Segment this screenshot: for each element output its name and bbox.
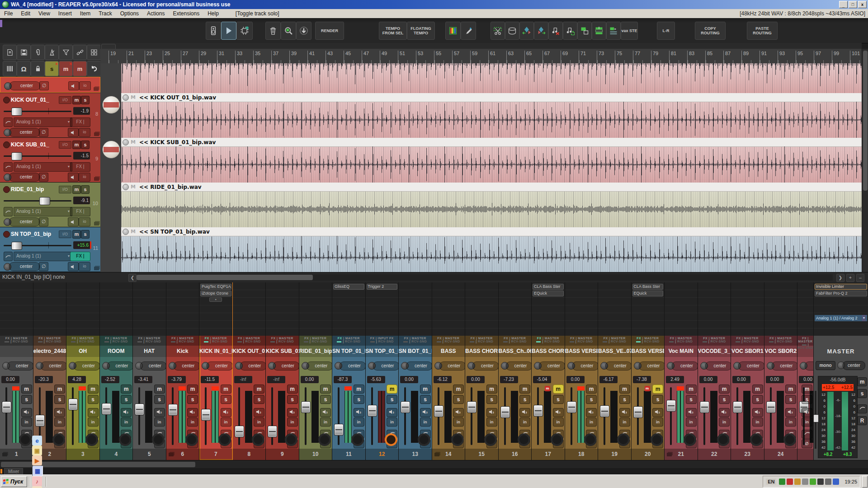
item-volume-knob[interactable] (123, 139, 129, 145)
mute-button[interactable]: m (785, 385, 796, 394)
input-button[interactable]: in (486, 418, 497, 427)
input-button[interactable]: in (287, 418, 298, 427)
volume-fader[interactable] (138, 387, 140, 445)
input-button[interactable]: in (320, 418, 331, 427)
mixer-strip-bass[interactable]: FX | MASTER| RCV-SNDBASScenter-6.12ms3in… (432, 282, 466, 460)
mixer-strip-room[interactable]: FX | MASTER| RCV-SNDROOMcenter-2.52ms3in… (100, 282, 133, 460)
fx-insert-area[interactable]: Trigger 2 (366, 282, 399, 336)
menu-view[interactable]: View (34, 9, 54, 18)
fx-insert-area[interactable] (698, 282, 731, 336)
volume-fader-thumb[interactable] (766, 401, 776, 413)
monitor-button[interactable] (68, 173, 79, 182)
import-media-button[interactable] (296, 22, 311, 40)
pan-value[interactable]: center (174, 361, 200, 371)
channel-number[interactable]: 8 (233, 449, 266, 460)
pan-value[interactable]: center (273, 361, 299, 371)
start-button[interactable]: Пуск (1, 476, 27, 487)
pan-value[interactable]: center (240, 361, 266, 371)
paste-routing-button[interactable]: PASTE ROUTING (747, 22, 778, 40)
mixer-strip-1[interactable]: FX | MASTER| RCV-SNDcenter0.00ms3in∅1 (0, 282, 33, 460)
mute-button[interactable]: m (21, 385, 32, 394)
record-arm-button[interactable] (351, 433, 364, 446)
pan-value[interactable]: center (41, 361, 67, 371)
channel-name[interactable]: electro_2448 (33, 346, 66, 357)
phase-button[interactable]: ∅ (802, 439, 812, 448)
channel-name[interactable] (0, 346, 33, 357)
pan-value[interactable]: center (772, 361, 798, 371)
input-button[interactable]: in (553, 418, 564, 427)
channel-number[interactable]: 19 (598, 449, 631, 460)
channel-name[interactable]: BASS_VE..07 (598, 346, 631, 357)
volume-fader-thumb[interactable] (11, 242, 22, 250)
channel-number[interactable]: 16 (499, 449, 532, 460)
fx-insert-chip[interactable]: PuigTec EQP1A (200, 284, 231, 290)
toggle-track-solo-menu[interactable]: [Toggle track solo] (233, 9, 282, 18)
mute-button[interactable]: m (72, 96, 81, 104)
lr-button[interactable]: L-R (657, 22, 675, 40)
filter-button[interactable] (59, 45, 73, 60)
media-item-header[interactable]: M<< RIDE_01_bip.wav (121, 183, 862, 192)
solo-button[interactable]: s (354, 395, 364, 404)
monitor-button[interactable]: 3 (420, 408, 431, 417)
channel-number[interactable]: 3 (66, 449, 99, 460)
fx-insert-area[interactable] (299, 282, 332, 336)
channel-name[interactable]: OH (66, 346, 99, 357)
channel-name[interactable]: KICK IN_01_b (199, 346, 232, 357)
solo-button[interactable]: s (254, 395, 264, 404)
solo-button[interactable]: s (519, 395, 530, 404)
fx-insert-chip[interactable]: CLA Bass Ster (632, 284, 664, 290)
master-clip-values[interactable]: +12.5+12.5 (822, 384, 854, 391)
mute-button[interactable]: m (72, 141, 81, 149)
new-project-button[interactable] (3, 45, 17, 60)
pan-value[interactable]: center (439, 361, 466, 371)
input-button[interactable]: in (619, 418, 630, 427)
record-arm-button[interactable] (19, 433, 32, 446)
paint-tool-button[interactable] (461, 22, 476, 40)
fx-insert-area[interactable] (66, 282, 99, 336)
fx-insert-area[interactable]: PuigTec EQP1AiZotope Ozone▴ (199, 282, 232, 336)
pan-value[interactable]: center (107, 361, 133, 371)
volume-fader-thumb[interactable] (11, 152, 22, 160)
fx-insert-area[interactable] (0, 282, 33, 336)
mixer-scrollbar[interactable] (0, 460, 868, 469)
record-arm-button[interactable] (584, 433, 597, 446)
fx-insert-chip[interactable]: FabFilter Pro-Q 2 (815, 291, 867, 296)
waveform-4[interactable] (121, 236, 862, 272)
monitor-button[interactable]: 3 (54, 408, 65, 417)
mixer-strip-hat[interactable]: FX | MASTER| RCV-SNDHATcenter-3.41ms3in∅… (133, 282, 166, 460)
rme-mixer-icon[interactable] (794, 479, 801, 485)
fx-insert-chip[interactable]: Invisible Limiter (815, 284, 867, 290)
zoom-in-button[interactable]: + (846, 274, 854, 282)
channel-number[interactable]: 7 (199, 449, 232, 460)
mixer-strip-vocode-3-v[interactable]: FX | MASTER| RCV-SNDVOCODE_3_Vcenter0.00… (698, 282, 731, 460)
solo-button[interactable]: s (420, 395, 431, 404)
grid-layout-button[interactable] (87, 45, 101, 60)
fx-insert-chip[interactable]: CLA Bass Ster (533, 284, 564, 290)
monitor-button[interactable] (68, 128, 79, 137)
record-arm-button[interactable] (119, 433, 132, 446)
channel-name[interactable]: BASS CHORU (532, 346, 565, 357)
tcp-track-ride-01-bip[interactable]: RIDE_01_bipI/Oms-9.1Analog 1 (1)▾FX |cen… (0, 183, 100, 227)
monitor-button[interactable]: 3 (121, 408, 132, 417)
solo-button[interactable]: s (752, 395, 763, 404)
mute-button[interactable]: m (453, 385, 464, 394)
midi-remove-button[interactable] (548, 22, 563, 40)
fx-insert-area[interactable] (432, 282, 465, 336)
pan-value[interactable]: center (406, 361, 432, 371)
fx-insert-area[interactable] (499, 282, 532, 336)
record-arm-button[interactable] (3, 186, 10, 193)
volume-fader-thumb[interactable] (633, 406, 643, 418)
aimp-icon[interactable]: ♪ (32, 476, 42, 486)
minimize-button[interactable]: _ (839, 1, 848, 8)
monitor-button[interactable]: 3 (187, 408, 198, 417)
fx-insert-area[interactable] (166, 282, 199, 336)
solo-button[interactable]: s (553, 395, 564, 404)
monitor-button[interactable]: 3 (287, 408, 298, 417)
monitor-button[interactable] (68, 217, 79, 226)
monitor-button[interactable]: 3 (221, 408, 231, 417)
item-volume-knob[interactable] (123, 184, 129, 190)
envelope-button[interactable] (4, 162, 13, 172)
lock-button[interactable] (31, 61, 45, 76)
fx-collapse-button[interactable]: ▴ (209, 297, 222, 302)
menu-help[interactable]: Help (203, 9, 223, 18)
